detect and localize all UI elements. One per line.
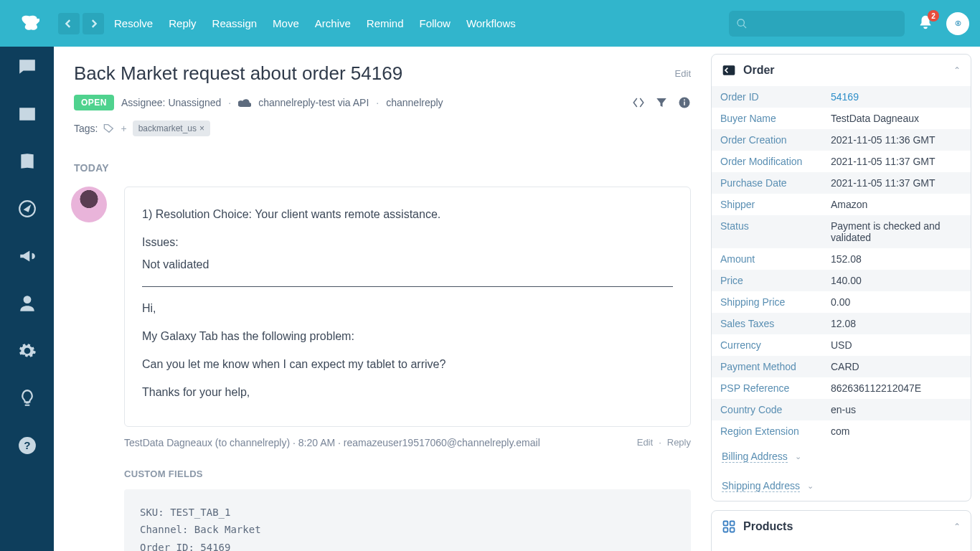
message-bubble: 1) Resolution Choice: Your client wants …	[124, 187, 691, 427]
menu-reassign[interactable]: Reassign	[212, 17, 258, 29]
chevron-down-icon: ⌄	[795, 452, 801, 461]
chevron-down-icon: ⌄	[807, 481, 814, 491]
conversation-title: Back Market request about order 54169	[74, 62, 402, 85]
nav-arrows	[58, 13, 104, 34]
sidebar-help[interactable]: ?	[18, 436, 37, 455]
order-card-header[interactable]: Order ⌃	[712, 55, 971, 86]
filter-icon[interactable]	[655, 96, 668, 109]
order-card: Order ⌃ Order ID54169Buyer NameTestData …	[711, 54, 971, 501]
menu-resolve[interactable]: Resolve	[114, 17, 153, 29]
order-detail-label: Country Code	[712, 399, 826, 420]
msg-line: Issues:	[142, 234, 673, 252]
order-detail-value: 12.08	[826, 313, 971, 334]
sidebar: ?	[0, 0, 54, 551]
order-detail-label: Order ID	[712, 86, 826, 108]
info-icon[interactable]	[678, 96, 691, 109]
order-detail-row: Region Extensioncom	[712, 420, 971, 442]
sidebar-announce[interactable]	[18, 247, 37, 265]
svg-rect-9	[724, 528, 728, 532]
msg-line: Hi,	[142, 300, 673, 318]
msg-line: Can you let me know when I can expect my…	[142, 356, 673, 374]
tag-chip[interactable]: backmarket_us×	[133, 121, 210, 136]
order-detail-row: StatusPayment is checked and validated	[712, 215, 971, 248]
menu-workflows[interactable]: Workflows	[466, 17, 516, 29]
order-detail-label: Purchase Date	[712, 172, 826, 194]
order-detail-label: Amount	[712, 248, 826, 270]
msg-email[interactable]: reamazeuser19517060@channelreply.email	[344, 437, 540, 448]
order-detail-label: Order Creation	[712, 129, 826, 151]
msg-edit-button[interactable]: Edit	[637, 437, 653, 448]
order-detail-value: Payment is checked and validated	[826, 215, 971, 248]
channel-text[interactable]: channelreply-test via API	[258, 97, 369, 108]
order-detail-row: ShipperAmazon	[712, 194, 971, 215]
menu-reply[interactable]: Reply	[169, 17, 196, 29]
sidebar-contacts[interactable]	[18, 294, 37, 313]
svg-rect-7	[724, 522, 728, 526]
cloud-icon	[238, 98, 251, 108]
msg-from[interactable]: TestData Dagneaux (to channelreply)	[124, 437, 290, 448]
topbar: Resolve Reply Reassign Move Archive Remi…	[0, 0, 980, 47]
menu-archive[interactable]: Archive	[315, 17, 351, 29]
products-card-header[interactable]: Products ⌃	[712, 511, 971, 542]
order-detail-label: Status	[712, 215, 826, 248]
order-detail-value[interactable]: 54169	[826, 86, 971, 108]
message-footer: TestData Dagneaux (to channelreply) · 8:…	[124, 437, 691, 448]
sender-avatar[interactable]	[71, 187, 107, 222]
code-icon[interactable]	[632, 96, 645, 109]
custom-fields-label: CUSTOM FIELDS	[124, 468, 691, 479]
order-detail-value: 152.08	[826, 248, 971, 270]
order-detail-label: Shipper	[712, 194, 826, 215]
order-detail-row: Order ID54169	[712, 86, 971, 108]
conversation-pane: Back Market request about order 54169 Ed…	[54, 47, 711, 551]
order-detail-value: TestData Dagneaux	[826, 108, 971, 129]
nav-next-button[interactable]	[83, 13, 104, 34]
svg-text:?: ?	[24, 439, 30, 451]
order-detail-value: 2021-11-05 11:36 GMT	[826, 129, 971, 151]
product-item[interactable]: Galaxy Tab 16GB - Black - Wifi	[712, 542, 971, 551]
order-card-title: Order	[743, 64, 775, 77]
title-edit-button[interactable]: Edit	[675, 68, 691, 79]
brand-text[interactable]: channelreply	[386, 97, 443, 108]
menu-follow[interactable]: Follow	[420, 17, 451, 29]
add-tag-button[interactable]: +	[121, 123, 126, 134]
sidebar-conversations[interactable]	[18, 57, 37, 76]
order-detail-value: 2021-11-05 11:37 GMT	[826, 172, 971, 194]
sidebar-reports[interactable]	[18, 105, 37, 123]
order-detail-value: USD	[826, 334, 971, 356]
sidebar-settings[interactable]	[18, 342, 37, 360]
svg-point-5	[684, 99, 685, 100]
shipping-address-toggle[interactable]: Shipping Address ⌄	[712, 471, 971, 501]
order-detail-row: Sales Taxes12.08	[712, 313, 971, 334]
day-separator: TODAY	[74, 162, 691, 174]
order-detail-row: Order Modification2021-11-05 11:37 GMT	[712, 151, 971, 172]
tag-remove-icon[interactable]: ×	[199, 123, 204, 133]
svg-rect-4	[684, 102, 685, 105]
order-details-table: Order ID54169Buyer NameTestData Dagneaux…	[712, 86, 971, 442]
msg-line: Thanks for your help,	[142, 384, 673, 402]
order-detail-label: Payment Method	[712, 356, 826, 377]
order-detail-row: Price140.00	[712, 270, 971, 291]
menu-remind[interactable]: Remind	[367, 17, 404, 29]
status-badge: OPEN	[74, 95, 114, 110]
assignee-text[interactable]: Assignee: Unassigned	[121, 97, 221, 108]
search-input[interactable]	[729, 11, 905, 37]
sidebar-knowledge[interactable]	[18, 152, 37, 171]
order-detail-value: Amazon	[826, 194, 971, 215]
app-logo[interactable]	[17, 11, 42, 37]
order-detail-label: Order Modification	[712, 151, 826, 172]
nav-prev-button[interactable]	[58, 13, 80, 34]
products-card-title: Products	[743, 520, 793, 533]
order-detail-row: Amount152.08	[712, 248, 971, 270]
billing-address-toggle[interactable]: Billing Address ⌄	[712, 442, 971, 471]
user-avatar[interactable]: ⦿	[946, 12, 969, 35]
msg-reply-button[interactable]: Reply	[667, 437, 691, 448]
order-detail-row: Purchase Date2021-11-05 11:37 GMT	[712, 172, 971, 194]
order-detail-label: Buyer Name	[712, 108, 826, 129]
sidebar-explore[interactable]	[18, 199, 37, 218]
notifications-button[interactable]: 2	[918, 14, 933, 32]
sidebar-ideas[interactable]	[18, 389, 37, 408]
order-detail-value: en-us	[826, 399, 971, 420]
menu-move[interactable]: Move	[273, 17, 299, 29]
order-detail-label: Currency	[712, 334, 826, 356]
custom-fields-block: SKU: TEST_TAB_1 Channel: Back Market Ord…	[124, 489, 691, 551]
